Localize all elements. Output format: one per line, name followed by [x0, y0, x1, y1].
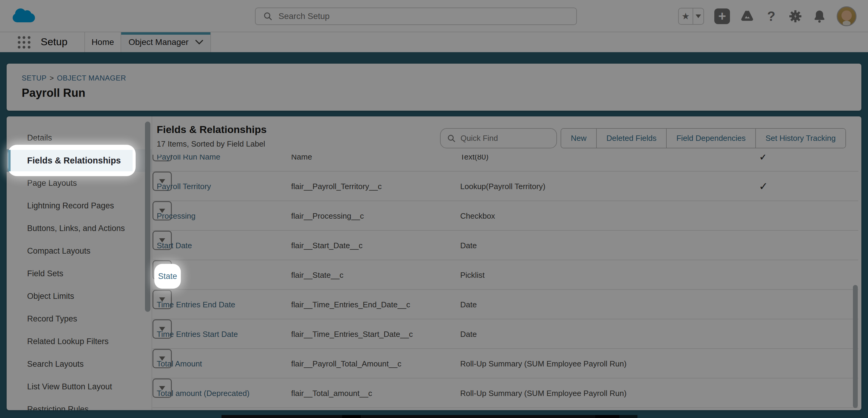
- spotlight-state: State: [154, 264, 181, 289]
- spotlight-fields-relationships: Fields & Relationships: [8, 145, 135, 176]
- state-field-link[interactable]: State: [158, 272, 177, 281]
- sidebar-item-label: Fields & Relationships: [27, 156, 121, 166]
- screen: ★ + ?: [0, 0, 868, 418]
- tour-dim-overlay: [0, 0, 868, 418]
- sidebar-item-fields-relationships[interactable]: Fields & Relationships: [8, 150, 133, 171]
